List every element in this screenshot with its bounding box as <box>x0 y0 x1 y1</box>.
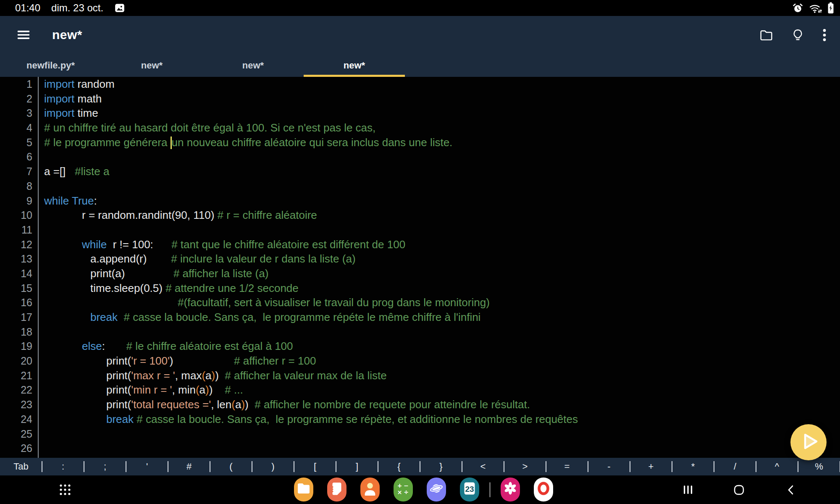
line-number: 19 <box>0 339 32 354</box>
code-line: 12while r != 100: # tant que le chiffre … <box>0 237 840 252</box>
key-([interactable]: ( <box>210 458 252 475</box>
app-title: new* <box>52 28 82 42</box>
recents-icon[interactable] <box>682 484 693 497</box>
back-icon[interactable] <box>786 484 795 497</box>
code-line: 16#(facultatif, sert à visualiser le tra… <box>0 295 840 310</box>
key-<[interactable]: < <box>462 458 504 475</box>
key--[interactable]: - <box>588 458 630 475</box>
alarm-icon <box>792 3 803 14</box>
more-menu-icon[interactable] <box>822 28 827 42</box>
dock-app-samsung-internet[interactable] <box>427 478 446 501</box>
code-line: 1import random <box>0 77 840 92</box>
tab-2[interactable]: new* <box>101 54 202 77</box>
run-button[interactable] <box>790 424 827 460</box>
code-line: 6 <box>0 150 840 164</box>
code-line: 15time.sleep(0.5) # attendre une 1/2 sec… <box>0 281 840 296</box>
line-number: 13 <box>0 252 32 266</box>
key-*[interactable]: * <box>672 458 714 475</box>
open-folder-icon[interactable] <box>759 28 774 42</box>
code-line: 7a =[] #liste a <box>0 164 840 179</box>
key-/[interactable]: / <box>714 458 756 475</box>
symbol-bar: Tab:;'#()[]{}<>=-+*/^% <box>0 458 840 475</box>
battery-icon <box>827 2 834 14</box>
key-+[interactable]: + <box>630 458 672 475</box>
dock-app-samsung-notes[interactable] <box>327 478 346 501</box>
line-number: 22 <box>0 383 32 397</box>
apps-grid-icon[interactable] <box>58 483 72 498</box>
svg-text:÷: ÷ <box>404 489 409 496</box>
code-line: 3import time <box>0 106 840 121</box>
code-line: 8 <box>0 179 840 194</box>
code-line: 2import math <box>0 92 840 106</box>
key-=[interactable]: = <box>546 458 588 475</box>
dock-app-opera[interactable] <box>534 478 553 501</box>
code-line: 4# un chiffre tiré au hasard doit être é… <box>0 121 840 135</box>
code-text: import time <box>32 106 98 121</box>
dock-app-calendar[interactable]: 23 <box>460 478 479 501</box>
line-number: 14 <box>0 266 32 281</box>
dock-app-my-files[interactable] <box>294 478 313 501</box>
opera-icon <box>534 477 553 502</box>
code-line: 23print('total requetes =', len(a)) # af… <box>0 397 840 412</box>
code-text: a =[] #liste a <box>32 164 109 179</box>
key->[interactable]: > <box>504 458 546 475</box>
tab-3[interactable]: new* <box>202 54 304 77</box>
code-text: # le programme générera un nouveau chiff… <box>32 135 452 150</box>
code-text: print('min r = ', min(a)) # ... <box>32 383 243 397</box>
code-editor[interactable]: 1import random2import math3import time4#… <box>0 77 840 458</box>
key-[[interactable]: [ <box>294 458 336 475</box>
code-line: 10r = random.randint(90, 110) # r = chif… <box>0 208 840 223</box>
code-text: #(facultatif, sert à visualiser le trava… <box>32 295 490 310</box>
navigation-bar: +−×÷23 <box>0 475 840 504</box>
svg-text:−: − <box>404 482 409 489</box>
key-][interactable]: ] <box>336 458 378 475</box>
code-line: 13a.append(r) # inclure la valeur de r d… <box>0 252 840 266</box>
photo-icon <box>114 3 125 13</box>
gallery-icon <box>501 477 520 502</box>
line-number: 16 <box>0 295 32 310</box>
dock-app-contacts[interactable] <box>360 478 380 501</box>
key-}[interactable]: } <box>420 458 462 475</box>
menu-icon[interactable] <box>17 29 30 41</box>
dock: +−×÷23 <box>294 478 553 501</box>
tab-label: new* <box>344 60 365 71</box>
code-line: 5# le programme générera un nouveau chif… <box>0 135 840 150</box>
line-number: 6 <box>0 150 32 164</box>
key-)[interactable]: ) <box>252 458 294 475</box>
key-tab[interactable]: Tab <box>0 458 42 475</box>
key-'[interactable]: ' <box>126 458 168 475</box>
code-line: 25 <box>0 427 840 441</box>
tab-bar: newfile.py*new*new*new* <box>0 54 840 77</box>
code-text: print('total requetes =', len(a)) # affi… <box>32 397 530 412</box>
line-number: 4 <box>0 121 32 135</box>
svg-text:+: + <box>397 482 402 489</box>
line-number: 21 <box>0 368 32 383</box>
line-number: 17 <box>0 310 32 325</box>
status-left: 01:40 dim. 23 oct. <box>0 2 125 14</box>
code-line: 18 <box>0 325 840 339</box>
dock-app-calculator[interactable]: +−×÷ <box>394 478 413 501</box>
key-:[interactable]: : <box>42 458 84 475</box>
key-{[interactable]: { <box>378 458 420 475</box>
lightbulb-icon[interactable] <box>791 28 805 42</box>
code-text: break # casse la boucle. Sans ça, le pro… <box>32 412 578 427</box>
code-text: else: # le chiffre aléatoire est égal à … <box>32 339 293 354</box>
home-icon[interactable] <box>733 484 745 497</box>
tab-4-active[interactable]: new* <box>304 54 405 77</box>
code-text: print('r = 100') # afficher r = 100 <box>32 354 316 368</box>
code-line: 11 <box>0 223 840 237</box>
tab-1[interactable]: newfile.py* <box>0 54 101 77</box>
line-number: 10 <box>0 208 32 223</box>
line-number: 1 <box>0 77 32 92</box>
status-bar: 01:40 dim. 23 oct. <box>0 0 840 16</box>
line-number: 8 <box>0 179 32 194</box>
dock-app-gallery[interactable] <box>501 478 520 501</box>
tab-label: new* <box>141 60 163 71</box>
line-number: 25 <box>0 427 32 441</box>
key-#[interactable]: # <box>168 458 210 475</box>
code-text: r = random.randint(90, 110) # r = chiffr… <box>32 208 317 223</box>
key-;[interactable]: ; <box>84 458 126 475</box>
line-number: 3 <box>0 106 32 121</box>
line-number: 11 <box>0 223 32 237</box>
code-text: import random <box>32 77 115 92</box>
